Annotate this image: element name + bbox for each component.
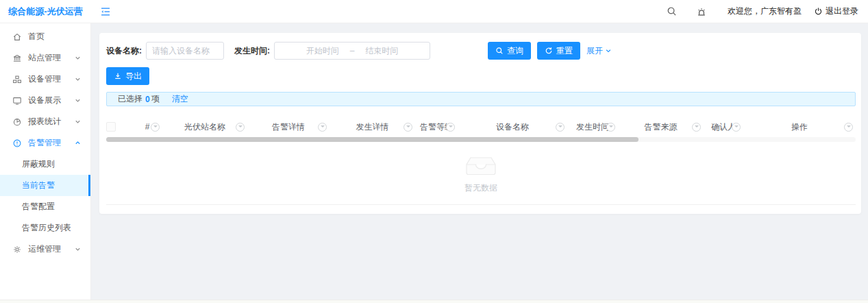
table-header-row: # 光伏站名称 告警详情 发生详情 告警等级 [106,117,856,136]
sidebar-item-report-statistics[interactable]: 报表统计 [0,111,90,132]
chevron-down-icon [74,97,82,104]
column-header-device-name[interactable]: 设备名称 [458,117,567,136]
pie-chart-icon [12,117,22,127]
reload-icon [545,47,553,55]
column-header-occur-time[interactable]: 发生时间 [567,117,618,136]
column-header-actions[interactable]: 操作 [743,117,856,136]
sidebar-item-device-display[interactable]: 设备展示 [0,90,90,111]
filter-icon[interactable] [446,123,455,132]
toolbar: 导出 [106,67,861,85]
filter-icon[interactable] [236,123,245,132]
alarm-icon[interactable] [696,6,707,17]
sidebar-item-operations-management[interactable]: 运维管理 [0,239,90,260]
home-icon [12,32,22,42]
devices-icon [12,75,22,84]
device-name-input[interactable] [146,42,224,60]
filter-bar: 设备名称: 发生时间: 开始时间 – 结束时间 查询 [106,42,856,60]
content-card: 设备名称: 发生时间: 开始时间 – 结束时间 查询 [99,33,861,214]
filter-actions: 查询 重置 展开 [488,42,612,60]
brand-logo: 综合能源-光伏运营 [0,5,91,18]
sidebar-item-device-management[interactable]: 设备管理 [0,69,90,90]
menu-fold-icon[interactable] [100,6,111,17]
sidebar-nav: 首页 站点管理 设备管理 [0,23,91,300]
filter-icon[interactable] [404,123,412,132]
export-button[interactable]: 导出 [106,67,149,85]
table-empty-state: 暂无数据 [106,142,856,205]
column-header-occur-detail[interactable]: 发生详情 [330,117,415,136]
selection-prefix: 已选择 [118,93,142,105]
chevron-down-icon [74,245,82,253]
bank-icon [12,53,22,63]
sidebar-item-site-management[interactable]: 站点管理 [0,47,90,69]
welcome-text: 欢迎您，广东智有盈 [728,5,802,17]
chevron-down-icon [74,54,82,62]
column-header-alarm-detail[interactable]: 告警详情 [247,117,330,136]
horizontal-scrollbar [106,137,856,142]
time-range-picker[interactable]: 开始时间 – 结束时间 [274,42,430,60]
power-icon [814,7,823,16]
occur-time-label: 发生时间: [234,45,270,57]
column-header-alarm-source[interactable]: 告警来源 [618,117,704,136]
logout-button[interactable]: 退出登录 [814,5,858,17]
sidebar-item-alarm-management[interactable]: 告警管理 [0,132,90,154]
end-time-placeholder: 结束时间 [365,45,398,57]
column-header-alarm-level[interactable]: 告警等级 [415,117,458,136]
display-icon [12,96,22,106]
selection-unit: 项 [151,93,160,105]
bottom-strip [0,300,868,303]
chevron-down-icon [605,47,612,54]
selection-count: 0 [145,95,150,104]
filter-icon[interactable] [318,123,327,132]
filter-icon[interactable] [692,123,701,132]
gear-icon [12,245,22,254]
sidebar-item-home[interactable]: 首页 [0,26,90,47]
filter-icon[interactable] [844,123,853,132]
expand-link[interactable]: 展开 [586,45,612,57]
header-actions: 欢迎您，广东智有盈 退出登录 [667,5,868,17]
device-name-label: 设备名称: [106,45,142,57]
select-all-cell [106,122,132,132]
scrollbar-thumb[interactable] [106,137,638,142]
search-icon [495,47,504,55]
column-header-confirmer[interactable]: 确认人 [704,117,743,136]
selection-bar: 已选择 0 项 清空 [106,92,856,106]
filter-icon[interactable] [606,123,615,132]
filter-icon[interactable] [151,123,160,132]
filter-icon[interactable] [556,123,565,132]
top-header: 综合能源-光伏运营 欢迎您，广东智有盈 [0,0,868,23]
filter-icon[interactable] [732,123,741,132]
reset-button[interactable]: 重置 [537,42,580,60]
sidebar-item-alarm-config[interactable]: 告警配置 [0,196,90,217]
range-separator: – [350,46,355,56]
clear-selection-link[interactable]: 清空 [172,93,188,105]
search-icon[interactable] [667,6,677,16]
empty-text: 暂无数据 [464,182,497,194]
start-time-placeholder: 开始时间 [306,45,339,57]
search-button[interactable]: 查询 [488,42,531,60]
select-all-checkbox[interactable] [106,122,116,132]
sidebar-item-current-alarms[interactable]: 当前告警 [0,175,90,196]
app-window: 综合能源-光伏运营 欢迎您，广东智有盈 [0,0,868,303]
column-header-station-name[interactable]: 光伏站名称 [162,117,247,136]
download-icon [114,72,122,80]
chevron-down-icon [74,75,82,83]
column-header-index[interactable]: # [132,117,162,136]
chevron-up-icon [74,139,82,147]
chevron-down-icon [74,118,82,125]
main-content: 设备名称: 发生时间: 开始时间 – 结束时间 查询 [92,23,868,300]
sidebar-item-alarm-history[interactable]: 告警历史列表 [0,217,90,239]
empty-box-icon [460,152,502,180]
sidebar-item-shield-rules[interactable]: 屏蔽规则 [0,154,90,175]
alert-circle-icon [12,138,22,148]
